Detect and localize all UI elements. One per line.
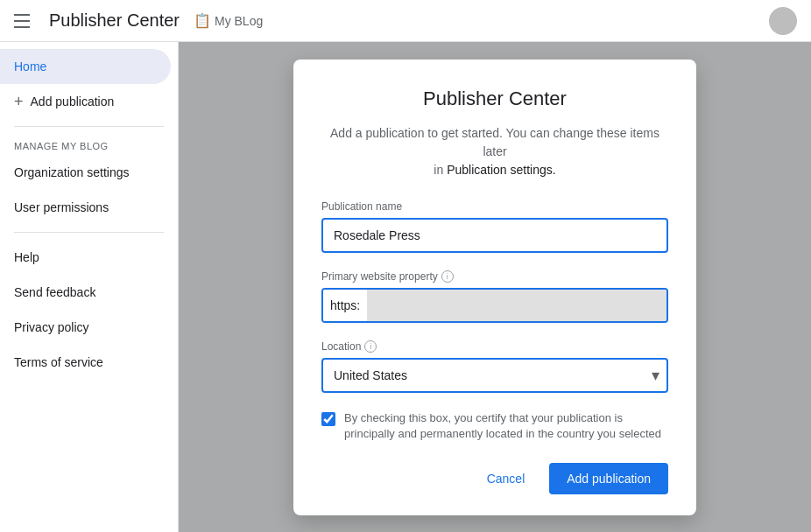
- sidebar-item-send-feedback[interactable]: Send feedback: [0, 275, 171, 310]
- website-property-group: Primary website property i https:: [321, 270, 668, 323]
- publication-name-label: Publication name: [321, 200, 668, 213]
- sidebar: Home + Add publication Manage My Blog Or…: [0, 42, 179, 532]
- website-info-icon[interactable]: i: [441, 270, 454, 283]
- location-select[interactable]: United States United Kingdom Canada Aust…: [321, 358, 668, 393]
- breadcrumb: 📋 My BLog: [194, 12, 263, 29]
- breadcrumb-text: My BLog: [215, 14, 263, 28]
- sidebar-item-add-publication[interactable]: + Add publication: [0, 84, 178, 119]
- add-publication-button[interactable]: Add publication: [549, 463, 668, 494]
- location-group: Location i United States United Kingdom …: [321, 340, 668, 393]
- menu-icon[interactable]: [14, 10, 35, 32]
- manage-section-label: Manage My Blog: [0, 134, 178, 155]
- modal-description: Add a publication to get started. You ca…: [321, 124, 668, 179]
- help-label: Help: [14, 250, 39, 264]
- modal-desc-part1: Add a publication to get started. You ca…: [330, 126, 659, 158]
- url-prefix: https:: [323, 290, 367, 321]
- app-header: Publisher Center 📋 My BLog: [0, 0, 811, 42]
- user-permissions-label: User permissions: [14, 200, 109, 214]
- main-content: Publisher Center Add a publication to ge…: [179, 42, 811, 532]
- privacy-policy-label: Privacy policy: [14, 320, 89, 334]
- modal-desc-link: Publication settings.: [447, 163, 556, 177]
- modal-footer: Cancel Add publication: [321, 463, 668, 494]
- sidebar-item-terms[interactable]: Terms of service: [0, 345, 171, 380]
- sidebar-item-home[interactable]: Home: [0, 49, 171, 84]
- sidebar-divider-1: [14, 126, 164, 127]
- home-label: Home: [14, 60, 46, 74]
- publication-name-group: Publication name: [321, 200, 668, 253]
- sidebar-item-org-settings[interactable]: Organization settings: [0, 155, 171, 190]
- plus-icon: +: [14, 93, 24, 111]
- certify-checkbox[interactable]: [321, 412, 335, 426]
- location-label: Location i: [321, 340, 668, 353]
- sidebar-item-privacy-policy[interactable]: Privacy policy: [0, 310, 171, 345]
- app-title: Publisher Center: [49, 10, 180, 31]
- main-layout: Home + Add publication Manage My Blog Or…: [0, 42, 811, 532]
- modal-title: Publisher Center: [321, 88, 668, 110]
- url-field-wrapper: https:: [321, 288, 668, 323]
- add-publication-modal: Publisher Center Add a publication to ge…: [293, 60, 696, 515]
- sidebar-item-help[interactable]: Help: [0, 240, 171, 275]
- org-settings-label: Organization settings: [14, 165, 130, 179]
- url-input[interactable]: [367, 290, 666, 321]
- website-property-label: Primary website property i: [321, 270, 668, 283]
- modal-overlay: Publisher Center Add a publication to ge…: [179, 42, 811, 532]
- certify-checkbox-row: By checking this box, you certify that y…: [321, 410, 668, 442]
- blog-icon: 📋: [194, 12, 211, 29]
- terms-label: Terms of service: [14, 355, 103, 369]
- modal-desc-part2: in: [434, 163, 447, 177]
- avatar[interactable]: [769, 7, 797, 35]
- sidebar-divider-2: [14, 232, 164, 233]
- sidebar-item-user-permissions[interactable]: User permissions: [0, 190, 171, 225]
- send-feedback-label: Send feedback: [14, 285, 95, 299]
- location-info-icon[interactable]: i: [364, 340, 377, 353]
- cancel-button[interactable]: Cancel: [469, 463, 543, 494]
- publication-name-input[interactable]: [321, 218, 668, 253]
- location-select-wrapper: United States United Kingdom Canada Aust…: [321, 358, 668, 393]
- add-publication-label: Add publication: [31, 94, 115, 108]
- certify-label: By checking this box, you certify that y…: [344, 410, 668, 442]
